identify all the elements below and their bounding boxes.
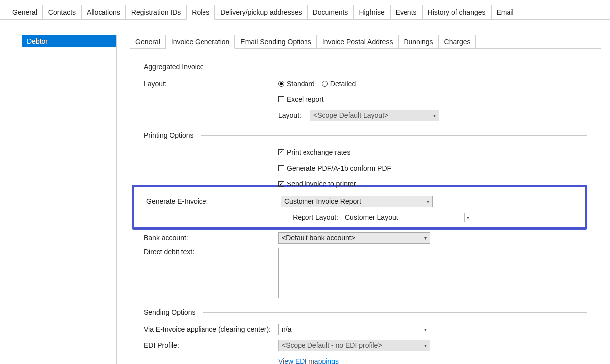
chevron-down-icon: ▾ [433, 113, 436, 118]
label-report-layout: Report Layout: [281, 213, 338, 221]
section-title-sending: Sending Options [144, 308, 196, 316]
chevron-down-icon: ▾ [427, 199, 429, 204]
checkbox-icon [278, 181, 284, 187]
checkbox-icon [278, 149, 284, 155]
subtab-charges[interactable]: Charges [439, 35, 476, 48]
tab-allocations[interactable]: Allocations [81, 5, 126, 19]
label-excel-layout: Layout: [278, 111, 303, 119]
check-send-printer[interactable]: Send invoice to printer [278, 180, 356, 188]
label-edi-profile: EDI Profile: [144, 341, 278, 349]
check-excel-label: Excel report [287, 95, 324, 103]
highlight-einvoice-box: Generate E-Invoice: Customer Invoice Rep… [132, 185, 587, 230]
subtab-general[interactable]: General [130, 35, 166, 48]
select-bank-account-value: <Default bank account> [282, 234, 355, 242]
check-excel-report[interactable]: Excel report [278, 95, 324, 103]
subtab-dunnings[interactable]: Dunnings [398, 35, 438, 48]
section-title-printing: Printing Options [144, 131, 194, 139]
label-layout: Layout: [144, 80, 278, 88]
select-gen-einvoice[interactable]: Customer Invoice Report ▾ [281, 196, 433, 207]
select-report-layout[interactable]: Customer Layout ▾ [341, 212, 475, 223]
top-tab-bar: General Contacts Allocations Registratio… [0, 5, 610, 20]
select-via-appliance[interactable]: n/a ▾ [278, 324, 430, 335]
section-aggregated-invoice: Aggregated Invoice Layout: Standard Deta… [144, 63, 587, 121]
section-printing-options: Printing Options Print exchange rates [144, 131, 587, 298]
subtab-invoice-postal[interactable]: Invoice Postal Address [317, 35, 399, 48]
select-excel-layout: <Scope Default Layout> ▾ [310, 110, 439, 121]
tab-contacts[interactable]: Contacts [43, 5, 81, 19]
section-divider [203, 312, 587, 313]
check-send-printer-label: Send invoice to printer [287, 180, 356, 188]
select-excel-layout-value: <Scope Default Layout> [313, 111, 388, 119]
chevron-down-icon: ▾ [424, 327, 427, 332]
radio-detailed[interactable]: Detailed [322, 80, 356, 88]
tab-history[interactable]: History of changes [422, 5, 491, 19]
chevron-down-icon: ▾ [464, 213, 471, 222]
check-gen-pdfa[interactable]: Generate PDF/A-1b conform PDF [278, 164, 391, 172]
label-via-appliance: Via E-Invoice appliance (clearing center… [144, 325, 278, 333]
textarea-direct-debit[interactable] [278, 248, 587, 298]
radio-dot-icon [278, 81, 284, 87]
label-gen-einvoice: Generate E-Invoice: [146, 197, 281, 205]
tab-highrise[interactable]: Highrise [353, 5, 390, 19]
label-bank-account: Bank account: [144, 234, 278, 242]
tab-documents[interactable]: Documents [307, 5, 354, 19]
sidebar-item-debtor[interactable]: Debtor [22, 35, 116, 47]
content-area: General Invoice Generation Email Sending… [130, 35, 601, 364]
select-via-appliance-value: n/a [282, 325, 291, 333]
tab-roles[interactable]: Roles [186, 5, 215, 20]
select-edi-profile-value: <Scope Default - no EDI profile> [282, 341, 382, 349]
tab-general[interactable]: General [7, 5, 43, 19]
check-print-exchange-label: Print exchange rates [287, 148, 350, 156]
section-divider [201, 135, 587, 136]
section-sending-options: Sending Options Via E-Invoice appliance … [144, 308, 587, 364]
radio-dot-icon [322, 81, 328, 87]
subtab-invoice-generation[interactable]: Invoice Generation [166, 35, 235, 49]
radio-standard[interactable]: Standard [278, 80, 315, 88]
tab-delivery-pickup[interactable]: Delivery/pickup addresses [215, 5, 307, 19]
select-report-layout-value: Customer Layout [345, 213, 398, 221]
check-gen-pdfa-label: Generate PDF/A-1b conform PDF [287, 164, 391, 172]
checkbox-icon [278, 165, 284, 171]
select-edi-profile[interactable]: <Scope Default - no EDI profile> ▾ [278, 340, 430, 351]
tab-events[interactable]: Events [390, 5, 422, 19]
chevron-down-icon: ▾ [424, 235, 427, 241]
subtab-email-sending[interactable]: Email Sending Options [235, 35, 316, 48]
label-direct-debit: Direct debit text: [144, 248, 278, 256]
radio-detailed-label: Detailed [330, 80, 356, 88]
section-divider [211, 67, 587, 67]
select-bank-account[interactable]: <Default bank account> ▾ [278, 232, 430, 244]
radio-standard-label: Standard [287, 80, 315, 88]
select-gen-einvoice-value: Customer Invoice Report [284, 197, 361, 205]
roles-sidebar: Debtor [22, 35, 117, 364]
tab-email[interactable]: Email [491, 5, 519, 19]
check-print-exchange[interactable]: Print exchange rates [278, 148, 350, 156]
section-title-aggregated: Aggregated Invoice [144, 63, 204, 71]
checkbox-icon [278, 96, 284, 102]
link-view-edi-mappings[interactable]: View EDI mappings [278, 357, 339, 364]
chevron-down-icon: ▾ [424, 343, 427, 348]
sub-tab-bar: General Invoice Generation Email Sending… [130, 35, 601, 49]
tab-registration-ids[interactable]: Registration IDs [126, 5, 187, 19]
